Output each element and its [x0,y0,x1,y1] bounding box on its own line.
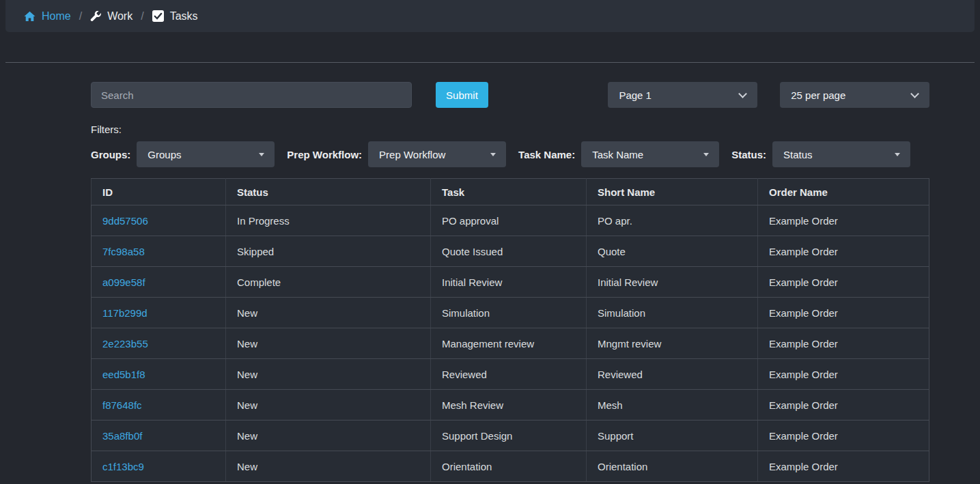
caret-down-icon [490,153,496,156]
table-row: 117b299d New Simulation Simulation Examp… [92,298,929,328]
cell-task: Simulation [431,298,587,328]
cell-order-name: Example Order [758,205,929,236]
cell-task: Orientation [431,451,587,482]
search-input[interactable] [91,82,412,108]
filter-select[interactable]: Task Name [581,141,719,167]
table-row: eed5b1f8 New Reviewed Reviewed Example O… [92,359,929,390]
filter-row: Groups: Groups Prep Workflow: Prep Workf… [91,141,929,167]
table-row: 35a8fb0f New Support Design Support Exam… [92,421,929,451]
task-id-link[interactable]: 35a8fb0f [102,430,142,442]
filter-label: Status: [731,149,766,160]
cell-short-name: Orientation [587,451,758,482]
cell-status: New [226,421,431,451]
cell-id: a099e58f [92,267,226,298]
table-body: 9dd57506 In Progress PO approval PO apr.… [92,205,929,482]
filter-group: Prep Workflow: Prep Workflow [287,141,506,167]
filter-label: Groups: [91,149,130,160]
cell-id: 7fc98a58 [92,236,226,267]
chevron-down-icon [910,89,919,98]
table-row: c1f13bc9 New Orientation Orientation Exa… [92,451,929,482]
cell-id: f87648fc [92,390,226,421]
filter-group: Task Name: Task Name [518,141,719,167]
check-square-icon [152,10,164,22]
filter-select-value: Task Name [592,149,643,160]
caret-down-icon [895,153,900,156]
breadcrumb-work-label[interactable]: Work [107,10,132,23]
cell-id: 35a8fb0f [92,421,226,451]
task-id-link[interactable]: c1f13bc9 [102,461,144,472]
task-id-link[interactable]: 117b299d [102,307,148,319]
task-id-link[interactable]: f87648fc [102,399,142,411]
cell-task: Quote Issued [431,236,587,267]
cell-task: Support Design [431,421,587,451]
task-id-link[interactable]: 2e223b55 [102,338,148,350]
table-header: IDStatusTaskShort NameOrder Name [92,179,929,205]
column-header: Status [226,179,431,205]
filter-label: Task Name: [518,149,575,160]
submit-button[interactable]: Submit [436,82,489,108]
breadcrumb-separator: / [141,10,143,23]
cell-task: Mesh Review [431,390,587,421]
breadcrumb-item-tasks: Tasks [152,10,198,23]
filter-select-value: Groups [148,149,181,160]
cell-order-name: Example Order [758,390,929,421]
cell-short-name: Mngmt review [587,328,758,359]
cell-status: New [226,451,431,482]
task-id-link[interactable]: 7fc98a58 [102,246,145,257]
column-header: Task [431,179,587,205]
cell-task: Management review [431,328,587,359]
cell-short-name: PO apr. [587,205,758,236]
cell-status: Complete [226,267,431,298]
cell-id: 117b299d [92,298,226,328]
page-select[interactable]: Page 1 [608,82,757,108]
breadcrumb-item-home[interactable]: Home [24,10,71,23]
breadcrumb-tasks-label: Tasks [170,10,198,23]
table-row: f87648fc New Mesh Review Mesh Example Or… [92,390,929,421]
cell-order-name: Example Order [758,451,929,482]
cell-status: New [226,359,431,390]
filter-select-value: Prep Workflow [379,149,445,160]
filters-title: Filters: [91,124,929,135]
filter-select[interactable]: Status [772,141,910,167]
column-header: Short Name [587,179,758,205]
cell-order-name: Example Order [758,236,929,267]
cell-status: New [226,328,431,359]
header-divider [5,62,975,63]
navbar: Home / Work / Tasks [5,0,975,32]
task-id-link[interactable]: 9dd57506 [102,215,148,227]
breadcrumb: Home / Work / Tasks [24,10,198,23]
filter-select[interactable]: Groups [137,141,275,167]
breadcrumb-item-work[interactable]: Work [90,10,132,23]
cell-short-name: Reviewed [587,359,758,390]
cell-order-name: Example Order [758,328,929,359]
task-id-link[interactable]: a099e58f [102,276,145,288]
cell-task: Reviewed [431,359,587,390]
cell-short-name: Quote [587,236,758,267]
caret-down-icon [259,153,264,156]
per-page-select-value: 25 per page [791,89,845,101]
task-id-link[interactable]: eed5b1f8 [102,369,145,380]
cell-short-name: Support [587,421,758,451]
breadcrumb-home-label[interactable]: Home [42,10,71,23]
cell-order-name: Example Order [758,421,929,451]
filter-group: Status: Status [731,141,910,167]
tasks-table: IDStatusTaskShort NameOrder Name 9dd5750… [91,178,929,482]
filter-select[interactable]: Prep Workflow [368,141,506,167]
filter-group: Groups: Groups [91,141,275,167]
cell-task: Initial Review [431,267,587,298]
table-row: a099e58f Complete Initial Review Initial… [92,267,929,298]
cell-status: New [226,298,431,328]
filter-label: Prep Workflow: [287,149,362,160]
cell-status: New [226,390,431,421]
column-header: ID [92,179,226,205]
breadcrumb-separator: / [79,10,82,23]
cell-short-name: Initial Review [587,267,758,298]
cell-order-name: Example Order [758,267,929,298]
controls-row: Submit Page 1 25 per page [91,82,929,108]
table-row: 9dd57506 In Progress PO approval PO apr.… [92,205,929,236]
cell-id: 2e223b55 [92,328,226,359]
per-page-select[interactable]: 25 per page [780,82,929,108]
wrench-icon [90,11,101,22]
chevron-down-icon [738,89,747,98]
column-header: Order Name [758,179,929,205]
